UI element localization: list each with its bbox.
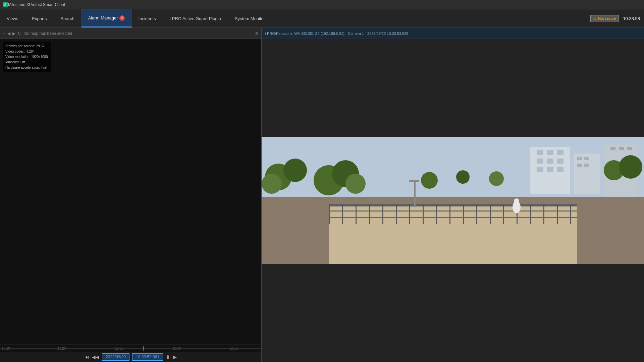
camera-feed (262, 39, 644, 362)
app-icon: M (3, 2, 8, 7)
nav-system-monitor[interactable]: System Monitor (228, 9, 272, 27)
nav-exports[interactable]: Exports (25, 9, 54, 27)
svg-rect-10 (547, 159, 553, 164)
svg-point-25 (283, 159, 307, 182)
svg-text:M: M (3, 3, 6, 7)
svg-rect-22 (619, 147, 624, 150)
map-forward-button[interactable]: ▶ (12, 31, 15, 36)
map-title: No map has been selected (24, 31, 72, 36)
svg-rect-9 (537, 159, 543, 164)
nav-ipro[interactable]: i-PRO Active Guard Plugin (163, 9, 228, 27)
svg-rect-42 (423, 204, 424, 224)
nav-incidents[interactable]: Incidents (132, 9, 163, 27)
svg-point-57 (514, 198, 519, 204)
camera-stats: Frames per second: 29.62 Video codec: H.… (3, 42, 51, 72)
svg-rect-7 (547, 150, 553, 155)
svg-rect-18 (577, 164, 582, 167)
left-panel: ⌂ ◀ ▶ ↻ No map has been selected ⊞ Frame… (0, 28, 262, 362)
map-back-button[interactable]: ◀ (7, 31, 10, 36)
svg-point-31 (619, 155, 642, 179)
main-area: ⌂ ◀ ▶ ↻ No map has been selected ⊞ Frame… (0, 28, 644, 362)
svg-rect-54 (329, 210, 577, 212)
tl-play-button[interactable]: ▶ (173, 354, 177, 360)
nav-alarm-manager[interactable]: Alarm Manager 4 (82, 9, 132, 27)
alarm-badge: 4 (119, 15, 125, 21)
svg-rect-8 (557, 150, 564, 155)
timeline: 10:10 10:20 10:30 10:40 10:50 ⏮ ◀◀ 2023/… (0, 345, 261, 362)
svg-rect-12 (537, 167, 543, 172)
svg-rect-33 (329, 204, 577, 264)
svg-rect-41 (409, 204, 410, 224)
svg-rect-38 (369, 204, 370, 224)
svg-rect-43 (436, 204, 437, 224)
svg-point-60 (489, 171, 504, 186)
svg-point-59 (456, 170, 470, 184)
svg-rect-21 (610, 147, 615, 150)
svg-rect-62 (409, 180, 419, 182)
svg-rect-19 (584, 164, 589, 167)
warning-icon: ⚠ (593, 16, 597, 21)
svg-rect-35 (329, 204, 330, 224)
navbar-right: ⚠ Not secure 10:33:58 (590, 15, 644, 22)
svg-rect-51 (543, 204, 544, 224)
map-sync-icon: ↻ (17, 31, 21, 36)
tl-skip-back-button[interactable]: ⏮ (85, 354, 89, 360)
map-header: ⌂ ◀ ▶ ↻ No map has been selected ⊞ (0, 28, 261, 39)
timeline-track (0, 345, 261, 352)
svg-rect-45 (463, 204, 464, 224)
svg-rect-39 (382, 204, 383, 224)
svg-rect-55 (329, 217, 577, 218)
svg-rect-48 (503, 204, 504, 224)
svg-rect-47 (490, 204, 491, 224)
tl-rewind-button[interactable]: ◀◀ (92, 354, 99, 360)
camera-title: i-PRO/Panasonic WV-S61301-Z2 (192.168.0.… (265, 32, 408, 36)
svg-rect-37 (356, 204, 357, 224)
security-status: ⚠ Not secure (590, 15, 619, 22)
svg-rect-46 (476, 204, 477, 224)
svg-rect-44 (449, 204, 450, 224)
nav-views[interactable]: Views (0, 9, 25, 27)
svg-point-58 (421, 172, 438, 189)
svg-rect-34 (329, 204, 577, 206)
camera-header: i-PRO/Panasonic WV-S61301-Z2 (192.168.0.… (262, 28, 644, 39)
map-content: Frames per second: 29.62 Video codec: H.… (0, 39, 261, 345)
navbar: Views Exports Search Alarm Manager 4 Inc… (0, 9, 644, 28)
tl-pause-button[interactable]: ⏸ (166, 354, 170, 360)
svg-rect-50 (530, 204, 531, 224)
time-display: 10:33:58 (623, 16, 640, 21)
titlebar-text: Milestone XProtect Smart Client (8, 2, 65, 7)
svg-rect-11 (557, 159, 564, 164)
tl-date-display[interactable]: 2023/09/20 (102, 353, 129, 361)
tl-time-display[interactable]: 10:33:53.861 (132, 353, 163, 361)
svg-rect-36 (342, 204, 343, 224)
svg-rect-52 (557, 204, 558, 224)
camera-scene (262, 39, 644, 362)
nav-search[interactable]: Search (54, 9, 82, 27)
map-home-button[interactable]: ⌂ (3, 31, 5, 36)
svg-rect-13 (547, 167, 553, 172)
timeline-controls: ⏮ ◀◀ 2023/09/20 10:33:53.861 ⏸ ▶ (0, 352, 261, 362)
svg-point-29 (345, 174, 366, 194)
svg-rect-17 (584, 157, 589, 160)
svg-point-26 (262, 174, 282, 194)
map-expand-button[interactable]: ⊞ (255, 31, 259, 36)
svg-rect-16 (577, 157, 582, 160)
svg-rect-40 (396, 204, 397, 224)
svg-rect-53 (570, 204, 571, 224)
svg-rect-6 (537, 150, 543, 155)
right-panel: i-PRO/Panasonic WV-S61301-Z2 (192.168.0.… (262, 28, 644, 362)
svg-rect-61 (414, 180, 416, 207)
timeline-bar[interactable]: 10:10 10:20 10:30 10:40 10:50 (0, 345, 261, 352)
svg-rect-23 (627, 147, 632, 150)
titlebar: M Milestone XProtect Smart Client (0, 0, 644, 9)
svg-rect-14 (557, 167, 564, 172)
